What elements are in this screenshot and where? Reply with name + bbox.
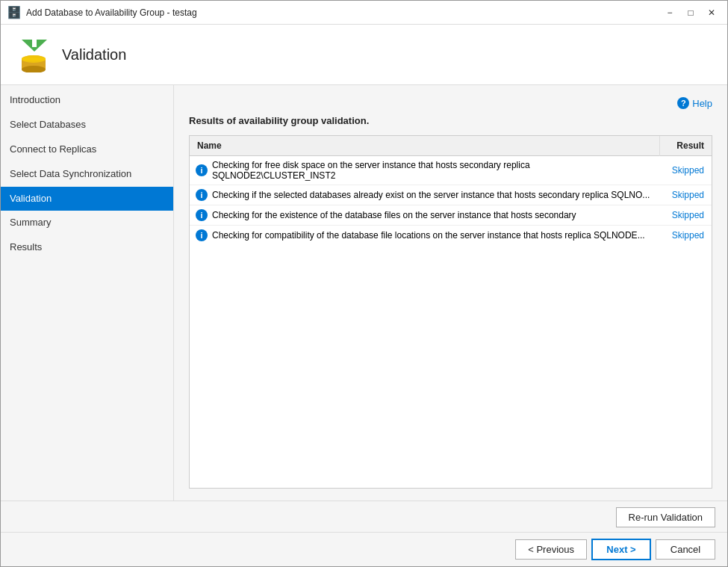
title-bar-left: 🗄️ Add Database to Availability Group - … [7,5,197,19]
rerun-validation-button[interactable]: Re-run Validation [616,507,715,527]
row-name-cell: iChecking for the existence of the datab… [190,205,659,226]
sidebar-item-connect-to-replicas[interactable]: Connect to Replicas [1,137,173,162]
info-icon: i [196,189,208,201]
help-link[interactable]: ? Help [677,97,712,109]
validation-table-wrapper: Name Result iChecking for free disk spac… [189,135,712,489]
window-title: Add Database to Availability Group - tes… [26,7,197,18]
table-row: iChecking if the selected databases alre… [190,185,712,205]
svg-marker-0 [22,40,47,52]
footer-nav: < Previous Next > Cancel [1,533,727,566]
sidebar-item-select-data-synchronization[interactable]: Select Data Synchronization [1,162,173,187]
main-window: 🗄️ Add Database to Availability Group - … [0,0,728,567]
previous-button[interactable]: < Previous [515,539,587,560]
table-row: iChecking for the existence of the datab… [190,205,712,226]
header-area: Validation [1,25,727,85]
row-result-cell[interactable]: Skipped [659,226,712,246]
result-link[interactable]: Skipped [672,165,704,176]
title-bar-controls: − □ ✕ [660,5,721,20]
maximize-button[interactable]: □ [681,5,700,20]
row-name-cell: iChecking for free disk space on the ser… [190,156,659,185]
page-title: Validation [62,46,126,63]
sidebar-item-results[interactable]: Results [1,235,173,260]
sidebar-item-validation[interactable]: Validation [1,187,173,211]
svg-rect-5 [22,58,46,61]
minimize-button[interactable]: − [660,5,679,20]
help-link-area: ? Help [189,97,712,109]
footer: Re-run Validation < Previous Next > Canc… [1,501,727,566]
table-row: iChecking for free disk space on the ser… [190,156,712,185]
result-link[interactable]: Skipped [672,230,704,241]
sidebar-item-introduction[interactable]: Introduction [1,88,173,113]
sidebar-item-select-databases[interactable]: Select Databases [1,113,173,137]
help-label: Help [692,98,712,109]
section-title: Results of availability group validation… [189,115,712,126]
app-icon: 🗄️ [7,5,22,19]
row-name-text: Checking if the selected databases alrea… [212,190,650,200]
row-name-text: Checking for the existence of the databa… [212,210,576,220]
row-name-cell: iChecking if the selected databases alre… [190,185,659,205]
info-icon: i [196,209,208,221]
sidebar-item-summary[interactable]: Summary [1,211,173,235]
next-button[interactable]: Next > [591,539,651,560]
row-name-text: Checking for compatibility of the databa… [212,230,645,241]
result-link[interactable]: Skipped [672,210,704,220]
header-icon [16,37,52,72]
row-result-cell[interactable]: Skipped [659,205,712,226]
sidebar: Introduction Select Databases Connect to… [1,85,174,501]
row-name-cell: iChecking for compatibility of the datab… [190,226,659,246]
table-header-row: Name Result [190,136,712,156]
title-bar: 🗄️ Add Database to Availability Group - … [1,1,727,25]
info-icon: i [196,164,208,176]
validation-table: Name Result iChecking for free disk spac… [190,136,712,245]
row-result-cell[interactable]: Skipped [659,185,712,205]
row-result-cell[interactable]: Skipped [659,156,712,185]
column-header-name: Name [190,136,659,156]
info-icon: i [196,229,208,241]
result-link[interactable]: Skipped [672,190,704,200]
cancel-button[interactable]: Cancel [656,539,715,560]
table-row: iChecking for compatibility of the datab… [190,226,712,246]
content-area: ? Help Results of availability group val… [174,85,727,501]
main-content: Introduction Select Databases Connect to… [1,85,727,501]
help-icon: ? [677,97,689,109]
column-header-result: Result [659,136,712,156]
row-name-text: Checking for free disk space on the serv… [212,160,653,181]
footer-rerun: Re-run Validation [1,501,727,533]
close-button[interactable]: ✕ [702,5,721,20]
